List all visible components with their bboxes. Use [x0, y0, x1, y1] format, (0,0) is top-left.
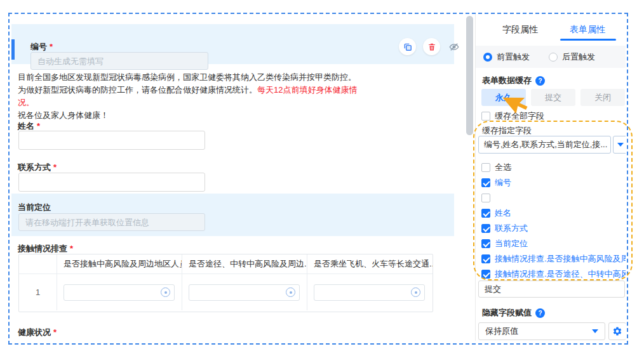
checkbox-icon: [481, 254, 490, 263]
field-list-item-survey-col2[interactable]: 接触情况排查.是否途径、中转中高风险及: [481, 267, 626, 282]
contact-field-label: 联系方式*: [18, 162, 57, 173]
survey-header-col2: 是否途径、中转中高风险及周边...: [182, 254, 307, 274]
required-asterisk: *: [50, 42, 53, 51]
serial-field-label: 编号*: [30, 41, 53, 53]
hidden-field-select[interactable]: 保持原值: [478, 322, 605, 340]
survey-header-col1: 是否接触中高风险及周边地区人员: [57, 254, 182, 274]
survey-select-col2[interactable]: [189, 284, 300, 301]
survey-table-row: 1: [19, 274, 433, 310]
active-tab-underline: [560, 39, 616, 41]
help-icon[interactable]: [535, 76, 545, 86]
field-list-item-serial[interactable]: 编号: [481, 175, 626, 190]
copy-icon: [403, 43, 412, 51]
vertical-scrollbar[interactable]: [466, 16, 473, 135]
help-icon[interactable]: [535, 308, 545, 318]
selected-field-serial[interactable]: 编号*: [11, 24, 454, 64]
chevron-down-icon: [592, 329, 598, 333]
field-list-item-survey-col1[interactable]: 接触情况排查.是否接触中高风险及周边地: [481, 251, 626, 267]
notice-line-1: 目前全国多地区发现新型冠状病毒感染病例，国家卫健委将其纳入乙类传染病并按甲类防控…: [18, 71, 373, 84]
survey-header-index: [19, 254, 57, 274]
tab-form-properties[interactable]: 表单属性: [570, 24, 605, 36]
select-dropdown-icon: [286, 287, 295, 297]
checkbox-icon: [481, 163, 490, 172]
checkbox-icon: [481, 239, 490, 248]
cache-trigger-value-input[interactable]: 提交: [478, 280, 625, 298]
form-notice-text: 目前全国多地区发现新型冠状病毒感染病例，国家卫健委将其纳入乙类传染病并按甲类防控…: [18, 71, 373, 122]
contact-input[interactable]: [18, 173, 205, 192]
trigger-radio-group: 前置触发 后置触发: [476, 46, 626, 68]
radio-icon: [483, 53, 492, 62]
hide-field-button[interactable]: [447, 40, 461, 54]
select-dropdown-icon: [161, 287, 170, 297]
selected-field-indicator-bar: [11, 39, 15, 60]
radio-pre-trigger[interactable]: 前置触发: [483, 51, 530, 63]
trash-icon: [427, 43, 436, 51]
hidden-field-settings-button[interactable]: [608, 322, 626, 340]
serial-input[interactable]: [30, 52, 208, 70]
field-list-item-label: 接触情况排查.是否途径、中转中高风险及: [495, 268, 626, 280]
field-list-item-contact[interactable]: 联系方式: [481, 221, 626, 236]
field-list-item-label: 姓名: [495, 208, 511, 219]
checkbox-icon: [481, 270, 490, 279]
specified-fields-select-caret-button[interactable]: [613, 136, 626, 154]
checkbox-icon: [481, 178, 490, 187]
field-list-item-location[interactable]: 当前定位: [481, 236, 626, 251]
radio-post-trigger[interactable]: 后置触发: [549, 51, 595, 63]
location-input[interactable]: [18, 213, 205, 231]
required-asterisk: *: [70, 244, 73, 253]
field-list-item-label: 当前定位: [495, 238, 528, 249]
notice-line-3: 祝各位及家人身体健康！: [18, 109, 373, 122]
checkbox-icon: [481, 224, 490, 233]
chevron-down-icon: [617, 143, 624, 147]
hidden-field-select-value: 保持原值: [485, 326, 518, 337]
field-list-item-label: 编号: [495, 177, 511, 188]
survey-header-col3: 是否乘坐飞机、火车等长途交通...: [307, 254, 433, 274]
radio-pre-trigger-label: 前置触发: [497, 51, 530, 63]
cache-mode-close-button[interactable]: 关闭: [580, 89, 625, 106]
cache-section-title: 表单数据缓存: [482, 75, 545, 86]
survey-field-label: 接触情况排查*: [18, 243, 73, 254]
eye-slash-icon: [448, 41, 460, 53]
field-list-item-label: 接触情况排查.是否接触中高风险及周边地: [495, 253, 626, 265]
field-list-item-empty[interactable]: [481, 190, 626, 206]
cache-field-list: 全选 编号 姓名 联系方式 当前定位 接触情况排查.是否接触中高风险及周边地: [481, 160, 626, 282]
mouse-cursor-icon: [505, 88, 530, 117]
survey-table-header-row: 是否接触中高风险及周边地区人员 是否途径、中转中高风险及周边... 是否乘坐飞机…: [19, 254, 433, 274]
duplicate-field-button[interactable]: [399, 38, 416, 55]
hidden-field-section-title: 隐藏字段赋值: [482, 307, 545, 319]
location-field-label: 当前定位: [18, 202, 51, 213]
form-canvas: 编号* 目前全国多地区发现新型冠状病毒感染病例，国家卫健委将其纳入乙类传染病并按…: [10, 14, 475, 341]
checkbox-icon: [481, 194, 490, 202]
health-field-label: 健康状况*: [18, 327, 57, 338]
field-list-item-label: 联系方式: [495, 223, 528, 234]
properties-panel: 字段属性 表单属性 前置触发 后置触发 表单数据缓存 永久 提交 关闭 缓存全部…: [476, 14, 626, 341]
checkbox-icon: [481, 209, 490, 218]
survey-select-col3[interactable]: [314, 284, 425, 301]
survey-subtable: 是否接触中高风险及周边地区人员 是否途径、中转中高风险及周边... 是否乘坐飞机…: [18, 254, 433, 312]
field-list-item-select-all[interactable]: 全选: [481, 160, 626, 175]
cache-mode-submit-button[interactable]: 提交: [531, 89, 575, 106]
survey-select-col1[interactable]: [64, 284, 175, 301]
delete-field-button[interactable]: [423, 38, 440, 55]
name-input[interactable]: [18, 131, 205, 150]
specified-fields-select[interactable]: 编号,姓名,联系方式,当前定位,接...: [478, 136, 611, 154]
tab-field-properties[interactable]: 字段属性: [502, 24, 538, 36]
radio-icon: [549, 53, 558, 62]
field-list-item-name[interactable]: 姓名: [481, 206, 626, 221]
select-dropdown-icon: [411, 287, 420, 297]
survey-row-index: 1: [19, 274, 57, 310]
specified-fields-label: 缓存指定字段: [482, 125, 532, 136]
gear-icon: [612, 326, 622, 336]
required-asterisk: *: [37, 121, 40, 131]
notice-line-2: 为做好新型冠状病毒的防控工作，请各位配合做好健康情况统计。每天12点前填好身体健…: [18, 84, 373, 109]
field-list-item-label: 全选: [495, 162, 511, 173]
required-asterisk: *: [53, 327, 57, 337]
radio-post-trigger-label: 后置触发: [562, 51, 595, 63]
checkbox-icon: [481, 112, 490, 121]
required-asterisk: *: [53, 162, 57, 172]
